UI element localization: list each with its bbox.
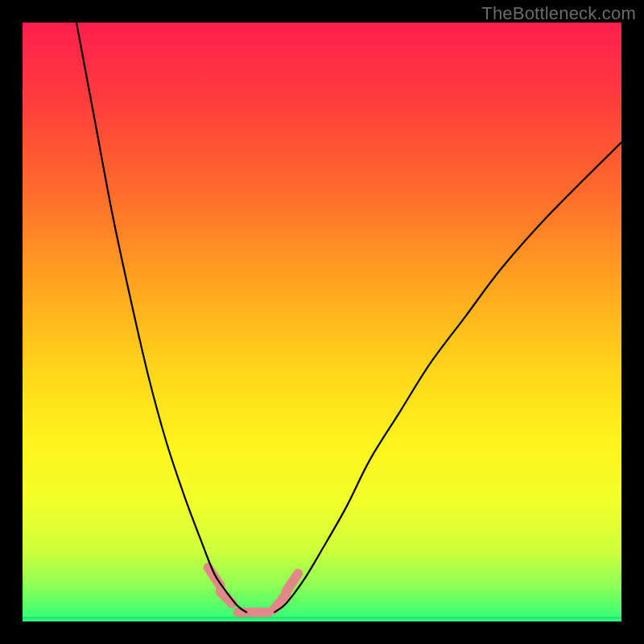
chart-frame	[23, 23, 621, 621]
gradient-background	[23, 23, 621, 621]
bottleneck-chart	[23, 23, 621, 621]
watermark-text: TheBottleneck.com	[481, 3, 636, 24]
